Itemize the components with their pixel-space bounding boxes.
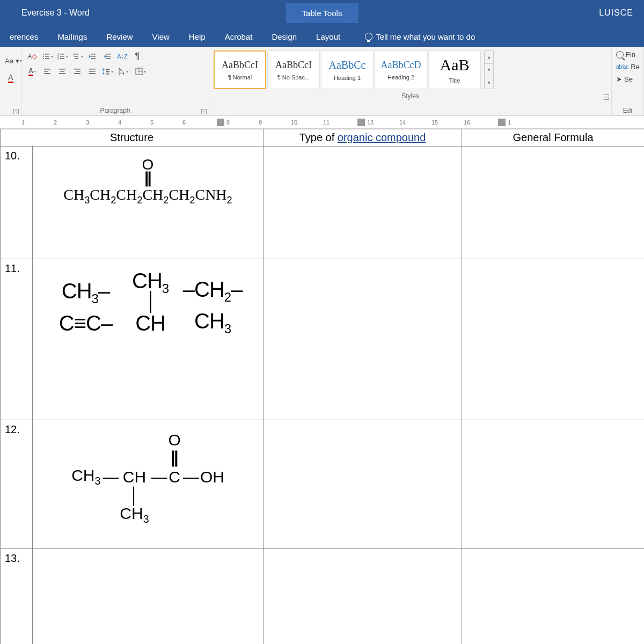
dialog-launcher-icon[interactable]: ↘ <box>13 109 19 114</box>
find-button[interactable]: Fin <box>616 50 639 58</box>
row-number: 11. <box>1 259 33 420</box>
svg-rect-17 <box>91 58 96 59</box>
svg-rect-7 <box>60 54 64 55</box>
dialog-launcher-icon[interactable]: ↘ <box>201 109 207 114</box>
svg-rect-23 <box>44 73 50 74</box>
style-title[interactable]: AaB Title <box>428 50 481 89</box>
dialog-launcher-icon[interactable]: ↘ <box>604 94 609 100</box>
expand-icon[interactable]: ▾ <box>485 76 493 89</box>
svg-rect-35 <box>106 71 109 72</box>
svg-rect-27 <box>74 69 80 70</box>
svg-rect-28 <box>76 71 80 72</box>
align-right-button[interactable] <box>71 65 84 77</box>
worksheet-table[interactable]: Structure Type of organic compound Gener… <box>0 129 644 644</box>
show-hide-pilcrow-button[interactable]: ¶ <box>131 50 144 62</box>
decrease-indent-button[interactable] <box>86 50 99 62</box>
bullets-button[interactable] <box>41 50 54 62</box>
cell-structure[interactable]: CH3–C≡C– CH3 │ CH –CH2–CH3 <box>33 259 264 420</box>
styles-group-label: Styles↘ <box>209 92 611 101</box>
cell-type[interactable] <box>264 549 462 645</box>
svg-rect-13 <box>74 56 78 57</box>
line-spacing-button[interactable] <box>101 65 114 77</box>
horizontal-ruler[interactable]: 1 2 3 4 5 6 8 9 10 11 13 14 15 16 1 <box>0 116 644 129</box>
svg-rect-26 <box>59 73 65 74</box>
style-no-spacing[interactable]: AaBbCcI ¶ No Spac... <box>267 50 320 89</box>
svg-point-4 <box>43 58 44 59</box>
svg-rect-31 <box>89 71 96 72</box>
table-row[interactable]: 12. O ǁ CH3—CH—C—OH │ CH3 <box>1 420 645 549</box>
tab-table-design[interactable]: Design <box>262 27 306 47</box>
style-normal[interactable]: AaBbCcI ¶ Normal <box>214 50 266 89</box>
tab-help[interactable]: Help <box>179 27 215 47</box>
svg-rect-19 <box>106 56 111 57</box>
tab-view[interactable]: View <box>143 27 179 47</box>
tab-review[interactable]: Review <box>97 27 142 47</box>
justify-button[interactable] <box>86 65 99 77</box>
cell-type[interactable] <box>264 259 462 420</box>
sort-button[interactable]: A↓Z <box>116 50 129 62</box>
svg-rect-14 <box>75 58 78 59</box>
numbering-button[interactable]: 123 <box>56 50 69 62</box>
row-number: 13. <box>1 549 33 645</box>
lightbulb-icon <box>365 33 372 40</box>
svg-rect-30 <box>89 69 96 70</box>
multilevel-list-button[interactable] <box>71 50 84 62</box>
username-label: LUISCE <box>599 8 633 18</box>
svg-rect-18 <box>106 54 111 55</box>
tell-me-search[interactable]: Tell me what you want to do <box>365 32 475 41</box>
ruler-column-marker[interactable] <box>498 119 506 126</box>
cell-structure[interactable]: O ǁ CH3—CH—C—OH │ CH3 <box>33 420 264 549</box>
tab-mailings[interactable]: Mailings <box>48 27 97 47</box>
svg-rect-33 <box>104 69 104 74</box>
cell-formula[interactable] <box>462 549 645 645</box>
scroll-up-icon[interactable]: ▴ <box>485 51 493 64</box>
replace-button[interactable]: ab⁄acRe <box>616 63 639 71</box>
svg-rect-32 <box>89 73 96 74</box>
tell-me-placeholder: Tell me what you want to do <box>376 32 475 41</box>
table-header-row: Structure Type of organic compound Gener… <box>1 129 645 147</box>
svg-rect-16 <box>91 56 96 57</box>
table-row[interactable]: 13. <box>1 549 645 645</box>
table-row[interactable]: 10. Oǁ CH3CH2CH2CH2CH2CNH2 <box>1 147 645 259</box>
tab-references[interactable]: erences <box>0 27 48 47</box>
shading-button[interactable] <box>116 65 129 77</box>
styles-gallery-expand[interactable]: ▴ ▾ ▾ <box>484 50 494 89</box>
cell-formula[interactable] <box>462 420 645 549</box>
svg-rect-3 <box>45 56 49 57</box>
select-button[interactable]: ➤Se <box>616 75 639 83</box>
svg-rect-12 <box>73 54 78 55</box>
svg-rect-24 <box>59 69 65 70</box>
ruler-column-marker[interactable] <box>217 119 224 126</box>
increase-indent-button[interactable] <box>101 50 114 62</box>
style-heading-2[interactable]: AaBbCcD Heading 2 <box>375 50 427 89</box>
svg-text:3: 3 <box>57 57 59 60</box>
font-color-a[interactable]: A <box>4 72 17 84</box>
align-center-button[interactable] <box>56 65 69 77</box>
cell-structure[interactable] <box>33 549 264 645</box>
cell-formula[interactable] <box>462 147 645 259</box>
cell-structure[interactable]: Oǁ CH3CH2CH2CH2CH2CNH2 <box>33 147 264 259</box>
borders-button[interactable] <box>131 65 149 77</box>
style-heading-1[interactable]: AaBbCc Heading 1 <box>321 50 374 89</box>
table-row[interactable]: 11. CH3–C≡C– CH3 │ CH –CH2–CH3 <box>1 259 645 420</box>
tab-acrobat[interactable]: Acrobat <box>215 27 262 47</box>
font-color-button[interactable]: A <box>26 65 39 77</box>
cell-formula[interactable] <box>462 259 645 420</box>
clear-format-button[interactable]: A◇ <box>26 50 39 62</box>
cell-type[interactable] <box>264 420 462 549</box>
change-case-button[interactable]: Aa ▾ <box>4 55 23 67</box>
svg-rect-20 <box>106 58 111 59</box>
align-left-button[interactable] <box>41 65 54 77</box>
svg-rect-9 <box>60 56 64 57</box>
font-group-label: ↘ <box>0 107 21 115</box>
document-title: Evercise 3 - Word <box>11 8 90 18</box>
cell-type[interactable] <box>264 147 462 259</box>
editing-group-label: Edi <box>612 107 643 115</box>
tab-table-layout[interactable]: Layout <box>306 27 350 47</box>
svg-rect-11 <box>60 58 64 59</box>
svg-point-0 <box>43 54 44 55</box>
document-page[interactable]: Structure Type of organic compound Gener… <box>0 129 644 644</box>
scroll-down-icon[interactable]: ▾ <box>485 64 493 77</box>
ruler-column-marker[interactable] <box>357 119 365 126</box>
replace-icon: ab⁄ac <box>616 64 628 70</box>
